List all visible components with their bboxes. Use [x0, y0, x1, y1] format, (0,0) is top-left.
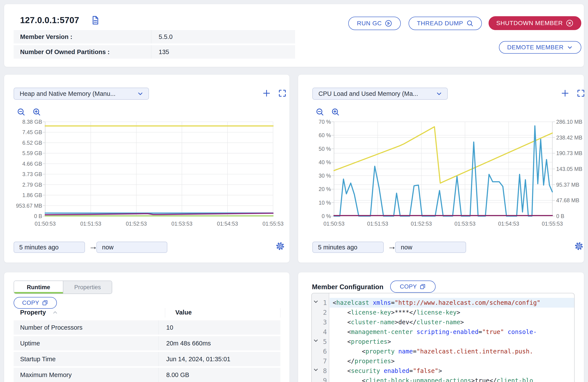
table-row: Uptime20m 48s 660ms [14, 336, 280, 350]
document-copy-icon[interactable] [90, 15, 100, 25]
line-number: 5 [312, 337, 327, 347]
code-line: 6 <property name="hazelcast.client.inter… [312, 347, 574, 356]
cpu-chart-card: CPU Load and Used Memory (Ma... 70 %60 %… [298, 74, 584, 263]
y-axis-label: 8.38 GB [22, 119, 42, 125]
y-axis-label: 6.52 GB [22, 140, 42, 146]
add-chart-icon[interactable] [560, 89, 570, 98]
tab-runtime[interactable]: Runtime [14, 281, 63, 293]
range-arrow-icon: → [388, 242, 396, 251]
sort-ascending-icon[interactable] [53, 311, 58, 314]
info-label: Number Of Owned Partitions : [14, 48, 151, 56]
code-text: <security enabled="false"> [333, 366, 574, 376]
cpu-metric-select[interactable]: CPU Load and Used Memory (Ma... [312, 88, 448, 100]
page-title: 127.0.0.1:5707 [20, 15, 79, 25]
code-line: 7 </properties> [312, 356, 574, 366]
column-header-value[interactable]: Value [175, 309, 192, 316]
y-axis-label: 5.59 GB [22, 150, 42, 156]
y-axis-label: 7.45 GB [22, 129, 42, 135]
info-label: Member Version : [14, 33, 151, 41]
demote-member-label: DEMOTE MEMBER [507, 44, 564, 51]
tab-properties-label: Properties [74, 284, 101, 291]
runtime-tabgroup: Runtime Properties [14, 281, 112, 294]
memory-time-to-input[interactable]: now [96, 242, 167, 253]
zoom-out-icon[interactable] [17, 108, 26, 117]
info-row: Number Of Owned Partitions :135 [14, 45, 295, 59]
cpu-time-from-value: 5 minutes ago [318, 244, 357, 251]
code-text: <client-block-unmapped-actions>true</cli… [333, 376, 574, 382]
y2-axis-label: 0 B [556, 213, 565, 219]
info-row: Member Version :5.5.0 [14, 30, 295, 44]
range-arrow-icon: → [89, 242, 98, 251]
memory-time-from-input[interactable]: 5 minutes ago [14, 242, 85, 253]
memory-chart-settings-gear-icon[interactable] [275, 241, 285, 251]
y2-axis-label: 47.68 MB [556, 197, 579, 203]
memory-time-from-value: 5 minutes ago [19, 244, 59, 251]
line-number: 3 [312, 317, 327, 327]
cpu-time-to-input[interactable]: now [395, 242, 466, 253]
x-axis-label: 01:51:53 [367, 221, 388, 227]
code-line: 5 <properties> [312, 337, 574, 347]
y-axis-label: 20 % [319, 186, 331, 192]
runtime-copy-button[interactable]: COPY [14, 297, 57, 309]
x-axis-label: 01:53:53 [454, 221, 475, 227]
x-axis-label: 01:50:53 [323, 221, 344, 227]
memory-time-to-value: now [102, 244, 113, 251]
cpu-chart-settings-gear-icon[interactable] [574, 241, 584, 251]
property-table-header: Property Value [14, 308, 280, 318]
memory-metric-value: Heap and Native Memory (Manu... [20, 90, 115, 97]
memory-chart-card: Heap and Native Memory (Manu... 8.38 GB7… [4, 74, 290, 263]
x-axis-label: 01:50:53 [35, 221, 56, 227]
x-axis-label: 01:53:53 [171, 221, 192, 227]
fullscreen-icon[interactable] [576, 89, 586, 98]
zoom-in-icon[interactable] [331, 108, 340, 117]
x-axis-label: 01:52:53 [411, 221, 432, 227]
table-row: Startup TimeJun 14, 2024, 01:35:01 [14, 352, 280, 366]
x-axis-label: 01:51:53 [80, 221, 101, 227]
x-axis-label: 01:55:53 [542, 221, 563, 227]
y-axis-label: 40 % [319, 159, 331, 165]
y-axis-label: 0 % [322, 213, 331, 219]
cpu-time-to-value: now [401, 244, 412, 251]
code-line: 9 <client-block-unmapped-actions>true</c… [312, 376, 574, 382]
y-axis-label: 70 % [319, 119, 331, 125]
y-axis-label: 2.79 GB [22, 182, 42, 188]
zoom-in-icon[interactable] [32, 108, 41, 117]
y-axis-label: 50 % [319, 146, 331, 152]
copy-icon [42, 300, 48, 306]
demote-member-button[interactable]: DEMOTE MEMBER [499, 41, 581, 54]
value-cell: 8.00 GB [158, 371, 189, 379]
code-text: <properties> [333, 337, 574, 347]
zoom-out-icon[interactable] [315, 108, 324, 117]
run-gc-button[interactable]: RUN GC [348, 17, 401, 30]
close-circle-icon [566, 19, 573, 27]
code-text: <hazelcast xmlns="http://www.hazelcast.c… [333, 298, 574, 308]
line-number: 1 [312, 298, 327, 308]
runtime-copy-label: COPY [22, 300, 39, 306]
y-axis-label: 4.66 GB [22, 161, 42, 167]
active-tab-underline [14, 292, 63, 293]
x-axis-label: 01:54:53 [498, 221, 519, 227]
column-header-property[interactable]: Property [20, 309, 46, 316]
y2-axis-label: 286.10 MB [556, 119, 582, 125]
thread-dump-button[interactable]: THREAD DUMP [409, 17, 482, 30]
info-value: 135 [151, 48, 169, 56]
tab-properties[interactable]: Properties [63, 281, 112, 293]
config-code-editor[interactable]: 1<hazelcast xmlns="http://www.hazelcast.… [311, 293, 575, 382]
code-text: <cluster-name>dev</cluster-name> [333, 317, 574, 327]
memory-metric-select[interactable]: Heap and Native Memory (Manu... [14, 88, 149, 100]
copy-icon [420, 283, 426, 290]
config-copy-button[interactable]: COPY [390, 281, 436, 293]
code-line: 4 <management-center scripting-enabled="… [312, 327, 574, 337]
add-chart-icon[interactable] [262, 89, 271, 98]
shutdown-member-label: SHUTDOWN MEMBER [496, 20, 563, 27]
line-number: 2 [312, 308, 327, 317]
column-divider [280, 308, 280, 317]
run-gc-label: RUN GC [357, 20, 382, 27]
cpu-time-from-input[interactable]: 5 minutes ago [312, 242, 384, 253]
play-circle-icon [385, 20, 392, 27]
cpu-metric-value: CPU Load and Used Memory (Ma... [318, 90, 418, 97]
shutdown-member-button[interactable]: SHUTDOWN MEMBER [489, 16, 581, 30]
fullscreen-icon[interactable] [278, 89, 287, 98]
memory-chart-svg[interactable]: 8.38 GB7.45 GB6.52 GB5.59 GB4.66 GB3.73 … [4, 118, 290, 230]
cpu-chart-svg[interactable]: 70 %60 %50 %40 %30 %20 %10 %0 %286.10 MB… [298, 118, 584, 230]
